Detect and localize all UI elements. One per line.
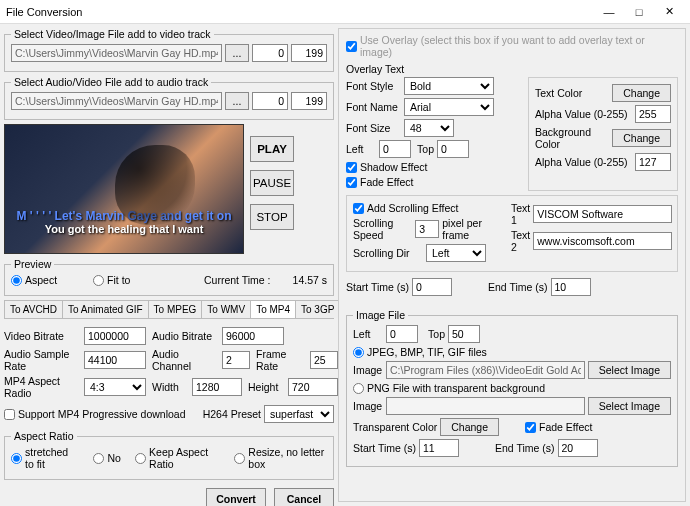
asample-input[interactable] [84,351,146,369]
vbitrate-input[interactable] [84,327,146,345]
bgcolor-change-button[interactable]: Change [612,129,671,147]
minimize-button[interactable]: — [594,2,624,22]
if-left-input[interactable] [386,325,418,343]
tcolor-change-button[interactable]: Change [440,418,499,436]
ppf-label: pixel per frame [442,217,501,241]
video-silhouette [115,145,195,225]
if-etime-label: End Time (s) [495,442,555,454]
cancel-button[interactable]: Cancel [274,488,334,506]
ot-top-label: Top [414,143,434,155]
tab-mpeg[interactable]: To MPEG [148,300,203,318]
mp4ar-select[interactable]: 4:3 [84,378,146,396]
alpha2-input[interactable] [635,153,671,171]
jpeg-radio[interactable] [353,347,364,358]
text2-input[interactable] [533,232,672,250]
convert-button[interactable]: Convert [206,488,266,506]
height-label: Height [248,381,282,393]
audio-start-input[interactable] [252,92,288,110]
ot-left-input[interactable] [379,140,411,158]
image1-label: Image [353,364,383,376]
stretch-radio[interactable] [11,453,22,464]
audio-browse-button[interactable]: ... [225,92,249,110]
audio-path-input[interactable] [11,92,222,110]
pause-button[interactable]: PAUSE [250,170,294,196]
fit-label: Fit to [107,274,130,286]
video-path-input[interactable] [11,44,222,62]
select-image2-button[interactable]: Select Image [588,397,671,415]
addscroll-checkbox[interactable] [353,203,364,214]
if-stime-label: Start Time (s) [353,442,416,454]
preset-select[interactable]: superfast [264,405,334,423]
shadow-checkbox[interactable] [346,162,357,173]
achannel-label: Audio Channel [152,348,216,372]
progressive-checkbox[interactable] [4,409,15,420]
select-image1-button[interactable]: Select Image [588,361,671,379]
audio-track-group: Select Audio/Video File add to audio tra… [4,76,334,120]
karaoke-line2: You got the healing that I want [45,223,204,235]
text1-label: Text 1 [511,202,530,226]
video-end-input[interactable] [291,44,327,62]
tab-avchd[interactable]: To AVCHD [4,300,63,318]
tab-mp4[interactable]: To MP4 [250,300,296,318]
current-time-value: 14.57 s [293,274,327,286]
fade-checkbox[interactable] [346,177,357,188]
format-tabs: To AVCHD To Animated GIF To MPEG To WMV … [4,300,334,319]
achannel-input[interactable] [222,351,250,369]
tab-wmv[interactable]: To WMV [201,300,251,318]
height-input[interactable] [288,378,338,396]
stretch-label: stretched to fit [25,446,79,470]
video-start-input[interactable] [252,44,288,62]
text2-label: Text 2 [511,229,530,253]
if-top-label: Top [421,328,445,340]
tab-3gp[interactable]: To 3GP [295,300,340,318]
textcolor-change-button[interactable]: Change [612,84,671,102]
ot-top-input[interactable] [437,140,469,158]
close-button[interactable]: ✕ [654,2,684,22]
titlebar: File Conversion — □ ✕ [0,0,690,24]
alpha1-input[interactable] [635,105,671,123]
play-button[interactable]: PLAY [250,136,294,162]
sspeed-label: Scrolling Speed [353,217,412,241]
frate-input[interactable] [310,351,338,369]
if-etime-input[interactable] [558,439,598,457]
stop-button[interactable]: STOP [250,204,294,230]
video-track-legend: Select Video/Image File add to video tra… [11,28,214,40]
maximize-button[interactable]: □ [624,2,654,22]
tab-gif[interactable]: To Animated GIF [62,300,148,318]
resize-radio[interactable] [234,453,245,464]
keep-radio[interactable] [135,453,146,464]
audio-end-input[interactable] [291,92,327,110]
ot-etime-label: End Time (s) [488,281,548,293]
sspeed-input[interactable] [415,220,439,238]
abitrate-input[interactable] [222,327,284,345]
fontstyle-select[interactable]: Bold [404,77,494,95]
video-browse-button[interactable]: ... [225,44,249,62]
width-input[interactable] [192,378,242,396]
preview-group: Preview Aspect Fit to Current Time : 14.… [4,258,334,296]
image1-path-input[interactable] [386,361,585,379]
use-overlay-checkbox[interactable] [346,41,357,52]
no-label: No [107,452,120,464]
image2-path-input[interactable] [386,397,585,415]
if-fade-label: Fade Effect [539,421,593,433]
if-stime-input[interactable] [419,439,459,457]
text1-input[interactable] [533,205,672,223]
no-radio[interactable] [93,453,104,464]
fontsize-select[interactable]: 48 [404,119,454,137]
ot-etime-input[interactable] [551,278,591,296]
fontname-select[interactable]: Arial [404,98,494,116]
if-fade-checkbox[interactable] [525,422,536,433]
keep-label: Keep Aspect Ratio [149,446,220,470]
png-radio[interactable] [353,383,364,394]
mp4ar-label: MP4 Aspect Radio [4,375,78,399]
aspect-ratio-legend: Aspect Ratio [11,430,77,442]
fade-label: Fade Effect [360,176,414,188]
fit-radio[interactable] [93,275,104,286]
aspect-radio[interactable] [11,275,22,286]
ot-stime-input[interactable] [412,278,452,296]
if-top-input[interactable] [448,325,480,343]
resize-label: Resize, no letter box [248,446,327,470]
addscroll-label: Add Scrolling Effect [367,202,458,214]
sdir-select[interactable]: Left [426,244,486,262]
jpeg-label: JPEG, BMP, TIF, GIF files [367,346,487,358]
